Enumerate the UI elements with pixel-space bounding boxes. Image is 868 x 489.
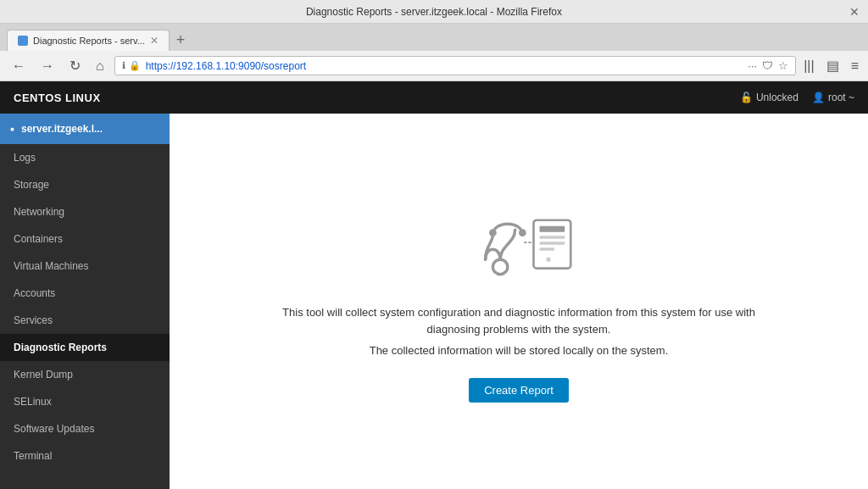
sidebar-item-containers[interactable]: Containers	[0, 225, 170, 253]
address-input[interactable]	[146, 60, 743, 72]
sidebar-item-logs[interactable]: Logs	[0, 144, 170, 171]
bookmark-star-icon[interactable]: ☆	[778, 59, 788, 72]
forward-button[interactable]: →	[36, 56, 59, 76]
description-line1: This tool will collect system configurat…	[264, 304, 773, 337]
cockpit-topbar-right: 🔓 Unlocked 👤 root ~	[740, 92, 854, 103]
description-line2: The collected information will be stored…	[370, 342, 669, 359]
svg-point-8	[546, 258, 550, 262]
sidebar-item-accounts[interactable]: Accounts	[0, 280, 170, 307]
unlock-icon: 🔓	[740, 92, 753, 103]
browser-tab-bar: Diagnostic Reports - serv... ✕ +	[0, 24, 868, 51]
user-icon: 👤	[812, 92, 825, 103]
security-info-icon[interactable]: ℹ	[122, 60, 125, 71]
browser-close-button[interactable]: ✕	[849, 5, 860, 19]
browser-titlebar: Diagnostic Reports - server.itzgeek.loca…	[0, 0, 868, 24]
address-bar-actions: ··· 🛡 ☆	[748, 59, 788, 72]
address-bar-security-icons: ℹ 🔒	[122, 60, 141, 71]
ellipsis-menu-icon[interactable]: ···	[748, 59, 757, 72]
svg-rect-7	[540, 247, 555, 251]
tab-title: Diagnostic Reports - serv...	[33, 36, 145, 46]
reload-button[interactable]: ↻	[64, 55, 86, 76]
create-report-button[interactable]: Create Report	[469, 378, 569, 403]
address-bar-container: ℹ 🔒 ··· 🛡 ☆	[114, 56, 797, 75]
diagnostic-icon	[459, 200, 578, 287]
cockpit-brand: CENTOS LINUX	[14, 92, 101, 104]
active-tab[interactable]: Diagnostic Reports - serv... ✕	[7, 30, 170, 51]
sidebar-item-diagnostic-reports[interactable]: Diagnostic Reports	[0, 334, 170, 361]
sidebar-item-terminal[interactable]: Terminal	[0, 442, 170, 470]
sidebar-item-virtual-machines[interactable]: Virtual Machines	[0, 253, 170, 280]
cockpit-body: ▪ server.itzgeek.l... LogsStorageNetwork…	[0, 114, 868, 489]
back-button[interactable]: ←	[7, 56, 31, 76]
svg-rect-6	[540, 242, 565, 245]
sidebar-nav: LogsStorageNetworkingContainersVirtual M…	[0, 144, 170, 470]
svg-point-0	[492, 259, 508, 275]
server-icon: ▪	[10, 122, 14, 136]
server-name: server.itzgeek.l...	[21, 123, 103, 135]
secure-lock-icon: 🔒	[129, 60, 141, 71]
tab-close-button[interactable]: ✕	[150, 35, 159, 47]
sidebar-item-services[interactable]: Services	[0, 307, 170, 334]
svg-point-2	[489, 230, 497, 237]
shield-icon[interactable]: 🛡	[762, 59, 773, 72]
sidebar: ▪ server.itzgeek.l... LogsStorageNetwork…	[0, 114, 170, 489]
user-label: root ~	[828, 92, 854, 103]
svg-point-1	[519, 230, 526, 237]
sidebar-server-item[interactable]: ▪ server.itzgeek.l...	[0, 114, 170, 144]
tab-favicon	[18, 36, 28, 46]
main-menu-button[interactable]: ≡	[849, 56, 861, 76]
cockpit-topbar: CENTOS LINUX 🔓 Unlocked 👤 root ~	[0, 81, 868, 114]
sidebar-item-software-updates[interactable]: Software Updates	[0, 415, 170, 442]
browser-title: Diagnostic Reports - server.itzgeek.loca…	[306, 6, 562, 18]
new-tab-button[interactable]: +	[170, 31, 192, 49]
sidebar-item-storage[interactable]: Storage	[0, 171, 170, 198]
unlock-status[interactable]: 🔓 Unlocked	[740, 92, 798, 103]
sidebar-item-networking[interactable]: Networking	[0, 198, 170, 225]
browser-toolbar: ← → ↻ ⌂ ℹ 🔒 ··· 🛡 ☆ ||| ▤ ≡	[0, 51, 868, 81]
unlock-label: Unlocked	[756, 92, 798, 103]
svg-rect-4	[540, 226, 565, 232]
main-content: This tool will collect system configurat…	[170, 114, 868, 489]
home-button[interactable]: ⌂	[91, 56, 109, 76]
history-button[interactable]: ▤	[824, 55, 842, 76]
svg-rect-5	[540, 236, 565, 239]
user-menu[interactable]: 👤 root ~	[812, 92, 854, 103]
sidebar-item-kernel-dump[interactable]: Kernel Dump	[0, 361, 170, 388]
sidebar-item-selinux[interactable]: SELinux	[0, 388, 170, 415]
toolbar-right-buttons: ||| ▤ ≡	[801, 55, 861, 76]
bookmarks-button[interactable]: |||	[801, 56, 816, 76]
